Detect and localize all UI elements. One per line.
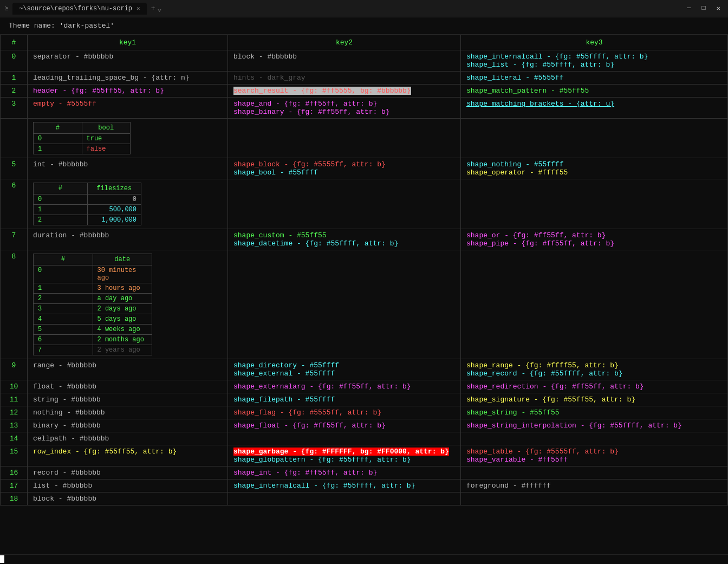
row13-key1: binary - #bbbbbb — [28, 419, 228, 432]
theme-name-line: Theme name: 'dark-pastel' — [0, 17, 728, 35]
inner-table-row: 6 2 months ago — [34, 335, 152, 345]
minimize-button[interactable]: — — [684, 3, 694, 14]
inner-filesize-2: 1,000,000 — [87, 215, 141, 225]
active-tab[interactable]: ~\source\repos\forks\nu-scrip ✕ — [12, 3, 146, 15]
col-header-hash: # — [1, 35, 28, 50]
row3-key2: shape_and - {fg: #ff55ff, attr: b} shape… — [228, 98, 461, 119]
table-row: 13 binary - #bbbbbb shape_float - {fg: #… — [1, 419, 728, 432]
row14-key2 — [228, 432, 461, 445]
row18-key3-empty — [461, 492, 728, 505]
row11-key1: string - #bbbbbb — [28, 393, 228, 406]
row-index-2: 2 — [1, 85, 28, 98]
row0-key3: shape_internalcall - {fg: #55ffff, attr:… — [461, 50, 728, 72]
row-index-6: 6 — [1, 179, 28, 229]
inner-date-val-1: 3 hours ago — [93, 283, 152, 294]
row3-key1-inner: # bool 0 true 1 false — [28, 119, 228, 158]
table-row: 9 range - #bbbbbb shape_directory - #55f… — [1, 359, 728, 380]
row2-key3: shape_match_pattern - #55ff55 — [461, 85, 728, 98]
inner-table-row: 0 30 minutes ago — [34, 265, 152, 283]
inner-date-7: 7 — [34, 345, 93, 355]
inner-filesize-1: 500,000 — [87, 205, 141, 215]
new-tab-button[interactable]: + — [151, 4, 155, 12]
col-header-key2: key2 — [228, 35, 461, 50]
row1-key1: leading_trailing_space_bg - {attr: n} — [28, 72, 228, 85]
inner-col-hash: # — [34, 183, 88, 195]
row13-key2: shape_float - {fg: #ff55ff, attr: b} — [228, 419, 461, 432]
inner-date-4: 4 — [34, 314, 93, 325]
row6-key2-empty — [228, 179, 461, 229]
table-row: 1 leading_trailing_space_bg - {attr: n} … — [1, 72, 728, 85]
row7-key2: shape_custom - #55ff55 shape_datetime - … — [228, 229, 461, 250]
inner-row-2: 2 — [34, 215, 88, 225]
table-row: 7 duration - #bbbbbb shape_custom - #55f… — [1, 229, 728, 250]
table-row: 14 cellpath - #bbbbbb — [1, 432, 728, 445]
tab-close-icon[interactable]: ✕ — [136, 5, 140, 12]
inner-col-filesizes: filesizes — [87, 183, 141, 195]
table-row: 8 # date 0 30 minutes ago — [1, 250, 728, 359]
row-index-17: 17 — [1, 479, 28, 492]
titlebar: ≥ ~\source\repos\forks\nu-scrip ✕ + ⌄ — … — [0, 0, 728, 17]
close-button[interactable]: ✕ — [713, 3, 724, 14]
table-row: 0 separator - #bbbbbb block - #bbbbbb sh… — [1, 50, 728, 72]
row7-key3: shape_or - {fg: #ff55ff, attr: b} shape_… — [461, 229, 728, 250]
row6-key1-inner: # filesizes 0 0 1 500,000 — [28, 179, 228, 229]
inner-date-0: 0 — [34, 265, 93, 283]
row16-key2: shape_int - {fg: #ff55ff, attr: b} — [228, 466, 461, 479]
tab-dropdown-icon[interactable]: ⌄ — [157, 4, 161, 13]
maximize-button[interactable]: □ — [699, 3, 709, 14]
table-row: 2 header - {fg: #55ff55, attr: b} search… — [1, 85, 728, 98]
row-index-18: 18 — [1, 492, 28, 505]
row2-key2: search_result - {fg: #ff5555, bg: #bbbbb… — [228, 85, 461, 98]
inner-table-row: 1 3 hours ago — [34, 283, 152, 294]
row-index-12: 12 — [1, 406, 28, 419]
row-index-14: 14 — [1, 432, 28, 445]
row16-key1: record - #bbbbbb — [28, 466, 228, 479]
row-index-10: 10 — [1, 380, 28, 393]
row2-key1: header - {fg: #55ff55, attr: b} — [28, 85, 228, 98]
inner-date-val-7: 2 years ago — [93, 345, 152, 355]
row3-key1: empty - #5555ff — [28, 98, 228, 119]
col-header-key3: key3 — [461, 35, 728, 50]
row12-key3: shape_string - #55ff55 — [461, 406, 728, 419]
row12-key2: shape_flag - {fg: #5555ff, attr: b} — [228, 406, 461, 419]
inner-row-0: 0 — [34, 134, 82, 144]
row17-key3: foreground - #ffffff — [461, 479, 728, 492]
inner-col-date: date — [93, 254, 152, 265]
row-index-15: 15 — [1, 445, 28, 466]
inner-col-bool: bool — [82, 122, 131, 134]
inner-date-val-5: 4 weeks ago — [93, 325, 152, 335]
inner-table-row: 5 4 weeks ago — [34, 325, 152, 335]
row3-key3-empty — [461, 119, 728, 158]
table-row: 17 list - #bbbbbb shape_internalcall - {… — [1, 479, 728, 492]
row12-key1: nothing - #bbbbbb — [28, 406, 228, 419]
row-index-0: 0 — [1, 50, 28, 72]
row5-key1: int - #bbbbbb — [28, 158, 228, 179]
row5-key3: shape_nothing - #55ffff shape_operator -… — [461, 158, 728, 179]
inner-date-val-2: a day ago — [93, 294, 152, 304]
row9-key1: range - #bbbbbb — [28, 359, 228, 380]
row15-key2: shape_garbage - {fg: #FFFFFF, bg: #FF000… — [228, 445, 461, 466]
theme-name-text: Theme name: 'dark-pastel' — [9, 22, 114, 30]
row-index-16: 16 — [1, 466, 28, 479]
row17-key2: shape_internalcall - {fg: #55ffff, attr:… — [228, 479, 461, 492]
row15-key3: shape_table - {fg: #5555ff, attr: b} sha… — [461, 445, 728, 466]
row6-key3-empty — [461, 179, 728, 229]
date-inner-table: # date 0 30 minutes ago 1 3 hours — [33, 254, 152, 355]
row1-key3: shape_literal - #5555ff — [461, 72, 728, 85]
inner-table-row: 4 5 days ago — [34, 314, 152, 325]
table-row: 11 string - #bbbbbb shape_filepath - #55… — [1, 393, 728, 406]
table-row: 15 row_index - {fg: #55ff55, attr: b} sh… — [1, 445, 728, 466]
inner-date-val-4: 5 days ago — [93, 314, 152, 325]
table-row: # bool 0 true 1 false — [1, 119, 728, 158]
table-row: 16 record - #bbbbbb shape_int - {fg: #ff… — [1, 466, 728, 479]
tab-label: ~\source\repos\forks\nu-scrip — [19, 5, 132, 12]
row-index-3b — [1, 119, 28, 158]
inner-table-row: 2 a day ago — [34, 294, 152, 304]
cursor-indicator — [0, 555, 4, 563]
row14-key1: cellpath - #bbbbbb — [28, 432, 228, 445]
inner-bool-false: false — [82, 144, 131, 154]
data-table-container[interactable]: # key1 key2 key3 0 separator - #bbbbbb b… — [0, 35, 728, 554]
inner-date-5: 5 — [34, 325, 93, 335]
inner-table-row: 1 500,000 — [34, 205, 141, 215]
inner-bool-true: true — [82, 134, 131, 144]
